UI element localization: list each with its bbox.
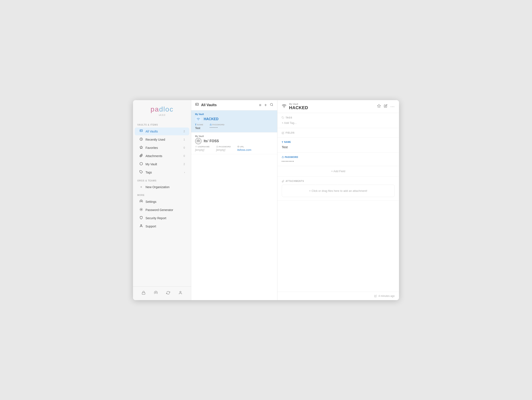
more-section-label: MORE [133,191,191,198]
detail-entry-icon [282,103,286,109]
tags-section-label: TAGS [282,116,395,119]
svg-point-10 [180,291,181,293]
tags-section: TAGS + Add Tag... [278,113,399,128]
name-field-label: T NAME [282,141,395,143]
middle-toolbar: ≡ + [259,103,273,108]
password-field-label: PASSWORD [282,156,395,158]
middle-header: All Vaults ≡ + [191,100,277,110]
detail-entry-name: HACKED [289,105,374,110]
sync-footer-icon[interactable] [165,290,171,297]
settings-icon [139,200,143,204]
logo: padloc [151,105,173,113]
entry-field-username-label: USERNAME [195,146,210,148]
attachments-section: ATTACHMENTS + Click or drag files here t… [278,176,399,201]
sidebar-item-new-org[interactable]: + New Organization [135,183,189,191]
sidebar-item-recently-used[interactable]: Recently Used 1 [135,136,189,143]
svg-point-12 [196,104,197,105]
entry-item-itsfoss[interactable]: My Vault Its' FOSS USERNAME [empty] [191,132,277,154]
svg-point-7 [140,225,142,226]
entry-list: My Vault HACKED T NAME Test [191,110,277,300]
svg-point-9 [155,292,157,293]
sidebar-item-settings[interactable]: Settings [135,198,189,206]
svg-point-18 [196,146,196,147]
svg-point-5 [141,201,142,202]
text-field-icon: T [195,124,196,126]
sidebar-item-new-org-label: New Organization [146,185,185,189]
sidebar-item-attachments[interactable]: Attachments 0 [135,152,189,160]
lock-footer-icon[interactable] [140,290,147,297]
chevron-right-icon: › [184,171,185,174]
sidebar-item-all-vaults[interactable]: All Vaults 2 [135,128,189,135]
add-field-button[interactable]: + Add Field [278,166,399,176]
sidebar-item-my-vault[interactable]: My Vault 2 [135,160,189,168]
sidebar-item-favorites[interactable]: Favorites 0 [135,144,189,152]
lock-field-icon [210,124,212,126]
search-icon[interactable] [270,103,273,107]
entry-fields: T NAME Test PASSWORD •••••••• [195,124,273,130]
settings-footer-icon[interactable] [153,290,159,297]
entry-fields-itsfoss: USERNAME [empty] PASSWORD [empty] [195,146,273,151]
detail-header-actions: ··· [377,104,395,109]
sidebar-item-password-generator[interactable]: Password Generator [135,206,189,214]
sidebar-item-tags[interactable]: Tags › [135,168,189,176]
entry-vault-label: My Vault [195,113,273,116]
account-footer-icon[interactable] [177,290,184,297]
middle-panel: All Vaults ≡ + My Vault HACKED [191,100,278,300]
entry-item-hacked[interactable]: My Vault HACKED T NAME Test [191,110,277,132]
sidebar-footer [133,286,191,300]
version-label: v4.0.0 [159,114,165,116]
detail-vault-label: My Vault [289,103,374,105]
password-gen-icon [139,208,143,212]
all-vaults-icon [195,103,199,108]
edit-icon[interactable] [384,104,387,109]
vault-icon [139,129,143,134]
sidebar: padloc v4.0.0 VAULTS & ITEMS All Vaults … [133,100,191,300]
svg-rect-8 [142,293,145,294]
favorite-star-icon[interactable] [377,104,381,109]
entry-field-password2: PASSWORD [empty] [216,146,231,151]
shield-icon [139,216,143,220]
entry-field-password-label: PASSWORD [210,124,224,126]
entry-field-username-value: [empty] [195,148,210,151]
entry-name-itsfoss: Its' FOSS [204,139,219,143]
svg-point-13 [270,103,273,106]
detail-header-text: My Vault HACKED [289,103,374,110]
entry-field-url-value: itsfoss.com [237,148,251,151]
entry-field-url: URL itsfoss.com [237,146,251,151]
detail-header: My Vault HACKED ··· [278,100,399,113]
entry-icon-wifi [195,116,202,122]
sidebar-item-tags-label: Tags [146,171,182,174]
detail-panel: My Vault HACKED ··· TAGS [278,100,399,300]
entry-vault-name-itsfoss: My Vault [195,135,204,137]
svg-rect-25 [282,157,284,158]
entry-field-name-label: T NAME [195,124,203,126]
entry-main-itsfoss: Its' FOSS [195,138,273,144]
tag-icon [139,170,143,174]
detail-footer: 4 minutes ago [278,292,399,300]
filter-icon[interactable]: ≡ [259,103,261,107]
star-icon [139,146,143,150]
sidebar-item-security-report[interactable]: Security Report [135,214,189,222]
logo-area: padloc v4.0.0 [133,105,191,121]
entry-vault-name: My Vault [195,113,204,116]
add-field-text: + Add Field [331,170,345,173]
add-tag-text: + Add Tag... [282,121,297,124]
svg-rect-16 [210,124,211,125]
middle-panel-title: All Vaults [201,103,257,107]
sidebar-item-attachments-label: Attachments [146,154,181,158]
attachments-drop-zone[interactable]: + Click or drag files here to add an att… [282,185,395,197]
password-field-value: ••••••••• [282,160,395,162]
sidebar-item-recently-used-badge: 1 [184,138,185,141]
sidebar-item-all-vaults-label: All Vaults [146,130,181,133]
add-entry-icon[interactable]: + [264,103,267,108]
sidebar-item-security-report-label: Security Report [146,216,185,220]
sidebar-item-support[interactable]: Support [135,222,189,230]
more-options-icon[interactable]: ··· [390,104,395,109]
sidebar-item-favorites-badge: 0 [184,146,185,149]
add-tag-button[interactable]: + Add Tag... [282,121,395,124]
name-field-value: Test [282,145,395,149]
entry-main: HACKED [195,116,273,122]
entry-field-password-value: •••••••• [210,126,224,128]
sidebar-item-recently-used-label: Recently Used [146,138,181,141]
user-icon [139,224,143,228]
